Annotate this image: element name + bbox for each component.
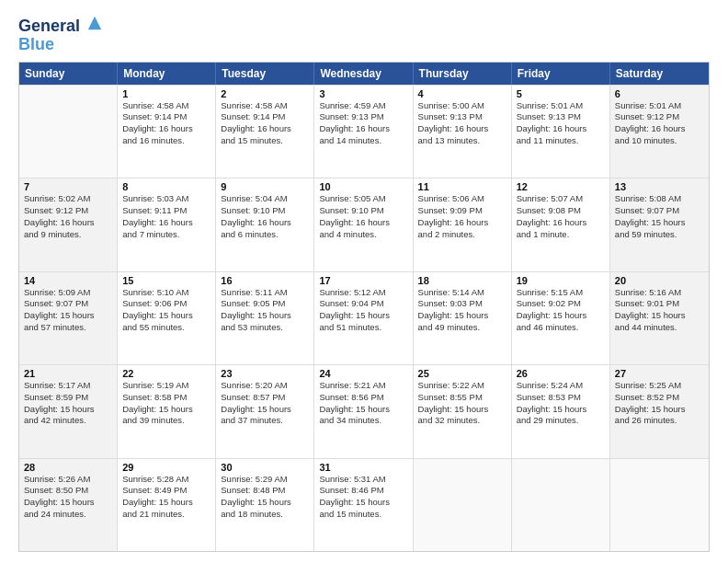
calendar-cell	[512, 459, 610, 551]
calendar-cell: 29Sunrise: 5:28 AMSunset: 8:49 PMDayligh…	[118, 459, 216, 551]
calendar-cell: 13Sunrise: 5:08 AMSunset: 9:07 PMDayligh…	[610, 178, 709, 270]
header: General Blue	[18, 15, 710, 54]
cell-info-line: and 57 minutes.	[24, 322, 112, 334]
cell-info-line: Sunrise: 5:01 AM	[615, 100, 704, 112]
cell-info-line: Daylight: 15 hours	[418, 404, 506, 416]
cell-info-line: Sunrise: 4:58 AM	[122, 100, 210, 112]
calendar-cell: 27Sunrise: 5:25 AMSunset: 8:52 PMDayligh…	[610, 365, 709, 457]
cell-info-line: Sunset: 9:12 PM	[24, 205, 112, 217]
calendar-cell: 30Sunrise: 5:29 AMSunset: 8:48 PMDayligh…	[216, 459, 314, 551]
calendar-cell: 7Sunrise: 5:02 AMSunset: 9:12 PMDaylight…	[19, 178, 118, 270]
logo-icon	[86, 15, 103, 31]
day-number: 19	[517, 275, 605, 286]
cell-info-line: and 21 minutes.	[122, 509, 210, 521]
cell-info-line: Sunset: 9:05 PM	[221, 298, 309, 310]
calendar-cell: 22Sunrise: 5:19 AMSunset: 8:58 PMDayligh…	[118, 365, 216, 457]
cell-info-line: Sunset: 8:57 PM	[221, 392, 309, 404]
cell-info-line: Daylight: 15 hours	[221, 310, 309, 322]
cell-info-line: and 59 minutes.	[615, 229, 704, 241]
cell-info-line: Sunrise: 5:02 AM	[24, 193, 112, 205]
day-number: 7	[24, 181, 112, 192]
day-number: 13	[615, 181, 704, 192]
cell-info-line: Daylight: 15 hours	[24, 404, 112, 416]
cell-info-line: Daylight: 15 hours	[517, 404, 605, 416]
cell-info-line: Sunset: 8:53 PM	[517, 392, 605, 404]
cell-info-line: Sunrise: 5:24 AM	[517, 380, 605, 392]
calendar-cell: 3Sunrise: 4:59 AMSunset: 9:13 PMDaylight…	[314, 86, 413, 178]
day-number: 26	[517, 368, 605, 379]
day-number: 17	[319, 275, 407, 286]
cell-info-line: Sunset: 8:59 PM	[24, 392, 112, 404]
cell-info-line: Sunrise: 5:22 AM	[418, 380, 506, 392]
cell-info-line: Sunrise: 5:20 AM	[221, 380, 309, 392]
calendar-row-3: 14Sunrise: 5:09 AMSunset: 9:07 PMDayligh…	[19, 271, 709, 364]
cell-info-line: Sunset: 9:13 PM	[418, 111, 506, 123]
day-number: 8	[122, 181, 210, 192]
cell-info-line: Sunset: 9:01 PM	[615, 298, 704, 310]
cell-info-line: and 15 minutes.	[319, 509, 407, 521]
cell-info-line: Daylight: 15 hours	[122, 404, 210, 416]
day-number: 10	[319, 181, 407, 192]
cell-info-line: Sunrise: 5:17 AM	[24, 380, 112, 392]
day-number: 11	[418, 181, 506, 192]
cell-info-line: Sunset: 9:14 PM	[221, 111, 309, 123]
cell-info-line: and 9 minutes.	[24, 229, 112, 241]
cell-info-line: Sunset: 9:10 PM	[221, 205, 309, 217]
cell-info-line: Sunset: 8:52 PM	[615, 392, 704, 404]
cell-info-line: Daylight: 15 hours	[615, 310, 704, 322]
cell-info-line: Sunset: 8:48 PM	[221, 485, 309, 497]
cell-info-line: Sunrise: 5:03 AM	[122, 193, 210, 205]
cell-info-line: and 32 minutes.	[418, 415, 506, 427]
cell-info-line: Sunset: 8:46 PM	[319, 485, 407, 497]
cell-info-line: Daylight: 15 hours	[221, 497, 309, 509]
calendar-cell: 26Sunrise: 5:24 AMSunset: 8:53 PMDayligh…	[512, 365, 610, 457]
cell-info-line: Daylight: 16 hours	[122, 217, 210, 229]
cell-info-line: Sunrise: 5:31 AM	[319, 474, 407, 486]
cell-info-line: and 14 minutes.	[319, 135, 407, 147]
cell-info-line: and 37 minutes.	[221, 415, 309, 427]
calendar-cell: 23Sunrise: 5:20 AMSunset: 8:57 PMDayligh…	[216, 365, 314, 457]
cell-info-line: and 18 minutes.	[221, 509, 309, 521]
cell-info-line: Sunrise: 5:09 AM	[24, 287, 112, 299]
cell-info-line: and 46 minutes.	[517, 322, 605, 334]
cell-info-line: Daylight: 16 hours	[319, 217, 407, 229]
calendar-cell: 9Sunrise: 5:04 AMSunset: 9:10 PMDaylight…	[216, 178, 314, 270]
cell-info-line: Daylight: 16 hours	[517, 217, 605, 229]
cell-info-line: and 1 minute.	[517, 229, 605, 241]
cell-info-line: Sunrise: 5:01 AM	[517, 100, 605, 112]
cell-info-line: Daylight: 16 hours	[418, 217, 506, 229]
cell-info-line: Daylight: 15 hours	[122, 310, 210, 322]
calendar-row-1: 1Sunrise: 4:58 AMSunset: 9:14 PMDaylight…	[19, 85, 709, 178]
logo: General Blue	[18, 15, 103, 54]
calendar-cell: 5Sunrise: 5:01 AMSunset: 9:13 PMDaylight…	[512, 86, 610, 178]
cell-info-line: Sunrise: 5:10 AM	[122, 287, 210, 299]
calendar-cell: 18Sunrise: 5:14 AMSunset: 9:03 PMDayligh…	[414, 272, 512, 364]
day-number: 2	[221, 88, 309, 99]
cell-info-line: Sunset: 9:07 PM	[24, 298, 112, 310]
svg-marker-0	[88, 17, 101, 29]
cell-info-line: Daylight: 15 hours	[319, 310, 407, 322]
calendar-cell: 25Sunrise: 5:22 AMSunset: 8:55 PMDayligh…	[414, 365, 512, 457]
day-number: 28	[24, 462, 112, 473]
cell-info-line: and 13 minutes.	[418, 135, 506, 147]
cell-info-line: Sunset: 9:02 PM	[517, 298, 605, 310]
cell-info-line: Daylight: 16 hours	[517, 123, 605, 135]
cell-info-line: Daylight: 15 hours	[319, 497, 407, 509]
weekday-header-monday: Monday	[118, 63, 216, 85]
cell-info-line: Sunrise: 5:12 AM	[319, 287, 407, 299]
weekday-header-saturday: Saturday	[610, 63, 709, 85]
cell-info-line: Sunrise: 5:19 AM	[122, 380, 210, 392]
cell-info-line: Sunrise: 5:07 AM	[517, 193, 605, 205]
calendar-cell: 11Sunrise: 5:06 AMSunset: 9:09 PMDayligh…	[414, 178, 512, 270]
calendar-cell	[610, 459, 709, 551]
cell-info-line: Sunset: 9:10 PM	[319, 205, 407, 217]
cell-info-line: Sunrise: 5:05 AM	[319, 193, 407, 205]
day-number: 30	[221, 462, 309, 473]
cell-info-line: and 42 minutes.	[24, 415, 112, 427]
cell-info-line: Sunrise: 5:08 AM	[615, 193, 704, 205]
cell-info-line: Daylight: 16 hours	[319, 123, 407, 135]
cell-info-line: Sunset: 8:55 PM	[418, 392, 506, 404]
cell-info-line: Sunset: 8:50 PM	[24, 485, 112, 497]
calendar-cell: 10Sunrise: 5:05 AMSunset: 9:10 PMDayligh…	[314, 178, 413, 270]
calendar-cell: 28Sunrise: 5:26 AMSunset: 8:50 PMDayligh…	[19, 459, 118, 551]
